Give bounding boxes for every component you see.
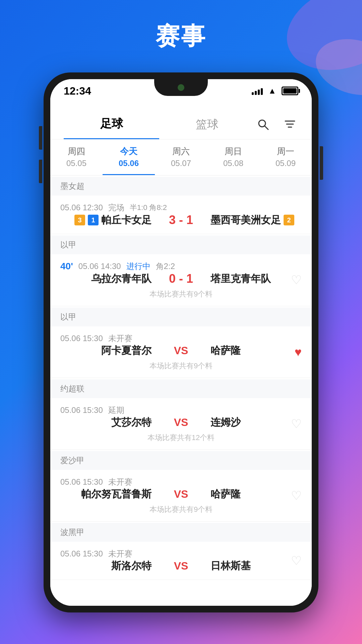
match-note-1: 本场比赛共有9个料 — [60, 289, 302, 299]
date-tab-mon[interactable]: 周一 05.09 — [259, 140, 312, 175]
sport-tabs: 足球 篮球 — [50, 103, 312, 140]
phone-screen: 12:34 ▲ 足球 篮球 — [50, 79, 312, 606]
league-header-1: 以甲 — [50, 235, 312, 254]
away-team-2: 哈萨隆 — [204, 344, 302, 358]
battery-icon — [282, 87, 298, 95]
date-tab-today[interactable]: 今天 05.06 — [103, 140, 155, 175]
match-card-5[interactable]: 05.06 15:30 未开赛 斯洛尔特 VS 日林斯基 ♡ — [50, 542, 312, 580]
match-card-4[interactable]: 05.06 15:30 未开赛 帕尔努瓦普鲁斯 VS 哈萨隆 本场比赛共有9个料… — [50, 470, 312, 522]
date-tabs: 周四 05.05 今天 05.06 周六 05.07 周日 05.08 周一 — [50, 140, 312, 175]
away-rank-badge-0: 2 — [284, 215, 294, 225]
match-datetime-0: 05.06 12:30 — [60, 203, 103, 212]
match-teams-0: 3 1 帕丘卡女足 3 - 1 墨西哥美洲女足 2 — [60, 213, 302, 227]
match-status-4: 未开赛 — [108, 477, 132, 487]
away-team-4: 哈萨隆 — [204, 487, 302, 501]
league-header-5: 波黑甲 — [50, 523, 312, 542]
favorite-button-5[interactable]: ♡ — [291, 554, 302, 568]
match-meta-5: 05.06 15:30 未开赛 — [60, 548, 302, 559]
match-teams-1: 乌拉尔青年队 0 - 1 塔里克青年队 — [60, 272, 302, 286]
score-2: VS — [158, 344, 204, 357]
home-team-4: 帕尔努瓦普鲁斯 — [60, 487, 158, 501]
date-tab-sun[interactable]: 周日 05.08 — [207, 140, 259, 175]
match-status-3: 延期 — [108, 405, 124, 416]
match-teams-4: 帕尔努瓦普鲁斯 VS 哈萨隆 — [60, 487, 302, 501]
filter-button[interactable] — [282, 116, 298, 133]
match-teams-5: 斯洛尔特 VS 日林斯基 — [60, 559, 302, 573]
home-team-5: 斯洛尔特 — [60, 559, 158, 573]
match-card-0[interactable]: 05.06 12:30 完场 半1:0 角8:2 3 1 帕丘卡女足 3 - 1 — [50, 196, 312, 234]
match-datetime-2: 05.06 15:30 — [60, 334, 103, 343]
away-team-3: 连姆沙 — [204, 416, 302, 429]
phone-frame: 12:34 ▲ 足球 篮球 — [44, 72, 318, 612]
status-time: 12:34 — [64, 85, 91, 97]
match-card-1[interactable]: 40' 05.06 14:30 进行中 角2:2 乌拉尔青年队 0 - 1 塔里… — [50, 254, 312, 306]
score-1: 0 - 1 — [158, 272, 204, 286]
live-time-1: 40' — [60, 261, 73, 272]
match-datetime-1: 05.06 14:30 — [78, 262, 121, 271]
match-teams-2: 阿卡夏普尔 VS 哈萨隆 — [60, 344, 302, 358]
search-button[interactable] — [255, 116, 272, 133]
score-0: 3 - 1 — [158, 213, 204, 227]
match-card-3[interactable]: 05.06 15:30 延期 艾莎尔特 VS 连姆沙 本场比赛共有12个料 ♡ — [50, 398, 312, 450]
home-team-2: 阿卡夏普尔 — [60, 344, 158, 358]
sport-action-icons — [255, 116, 298, 133]
league-header-0: 墨女超 — [50, 177, 312, 196]
match-meta-4: 05.06 15:30 未开赛 — [60, 477, 302, 487]
match-datetime-5: 05.06 15:30 — [60, 549, 103, 558]
favorite-button-4[interactable]: ♡ — [291, 489, 302, 503]
home-team-0: 3 1 帕丘卡女足 — [60, 213, 158, 227]
league-header-4: 爱沙甲 — [50, 451, 312, 470]
home-rank-badge-alt-0: 1 — [88, 215, 99, 225]
league-header-3: 约超联 — [50, 379, 312, 398]
home-team-1: 乌拉尔青年队 — [60, 272, 158, 286]
away-team-0: 墨西哥美洲女足 2 — [204, 213, 302, 227]
date-tab-thu[interactable]: 周四 05.05 — [50, 140, 103, 175]
app-header: 赛事 — [0, 0, 362, 66]
match-status-1: 进行中 — [126, 261, 150, 272]
signal-icon — [252, 87, 263, 95]
match-datetime-4: 05.06 15:30 — [60, 477, 103, 487]
match-teams-3: 艾莎尔特 VS 连姆沙 — [60, 416, 302, 429]
favorite-button-3[interactable]: ♡ — [291, 417, 302, 431]
notch — [154, 79, 208, 96]
score-3: VS — [158, 416, 204, 429]
favorite-button-2[interactable]: ♥ — [295, 345, 302, 359]
match-card-2[interactable]: 05.06 15:30 未开赛 阿卡夏普尔 VS 哈萨隆 本场比赛共有9个料 ♥ — [50, 326, 312, 378]
camera — [178, 84, 184, 91]
score-5: VS — [158, 560, 204, 572]
date-tab-sat[interactable]: 周六 05.07 — [155, 140, 207, 175]
wifi-icon: ▲ — [268, 86, 276, 96]
score-4: VS — [158, 488, 204, 500]
volume-up-button — [39, 126, 42, 150]
match-meta-1: 40' 05.06 14:30 进行中 角2:2 — [60, 261, 302, 272]
away-team-1: 塔里克青年队 — [204, 272, 302, 286]
match-note-4: 本场比赛共有9个料 — [60, 504, 302, 515]
svg-line-3 — [265, 126, 268, 129]
match-datetime-3: 05.06 15:30 — [60, 406, 103, 415]
match-status-0: 完场 — [108, 202, 124, 213]
match-status-2: 未开赛 — [108, 333, 132, 344]
power-button — [320, 146, 323, 180]
home-team-3: 艾莎尔特 — [60, 416, 158, 429]
match-meta-2: 05.06 15:30 未开赛 — [60, 333, 302, 344]
away-team-5: 日林斯基 — [204, 559, 302, 573]
status-icons: ▲ — [252, 86, 298, 96]
volume-down-button — [39, 160, 42, 183]
home-rank-badge-0: 3 — [74, 215, 85, 225]
favorite-button-1[interactable]: ♡ — [291, 273, 302, 287]
app-title: 赛事 — [0, 20, 362, 52]
tab-basketball[interactable]: 篮球 — [159, 110, 255, 139]
league-header-2: 以甲 — [50, 308, 312, 326]
match-extra-0: 半1:0 角8:2 — [130, 203, 167, 213]
match-status-5: 未开赛 — [108, 548, 132, 559]
tab-football[interactable]: 足球 — [64, 109, 159, 139]
app-content: 足球 篮球 — [50, 103, 312, 606]
status-bar: 12:34 ▲ — [50, 79, 312, 103]
match-meta-3: 05.06 15:30 延期 — [60, 405, 302, 416]
match-note-3: 本场比赛共有12个料 — [60, 433, 302, 443]
match-extra-1: 角2:2 — [156, 261, 175, 272]
match-note-2: 本场比赛共有9个料 — [60, 361, 302, 371]
match-meta-0: 05.06 12:30 完场 半1:0 角8:2 — [60, 202, 302, 213]
